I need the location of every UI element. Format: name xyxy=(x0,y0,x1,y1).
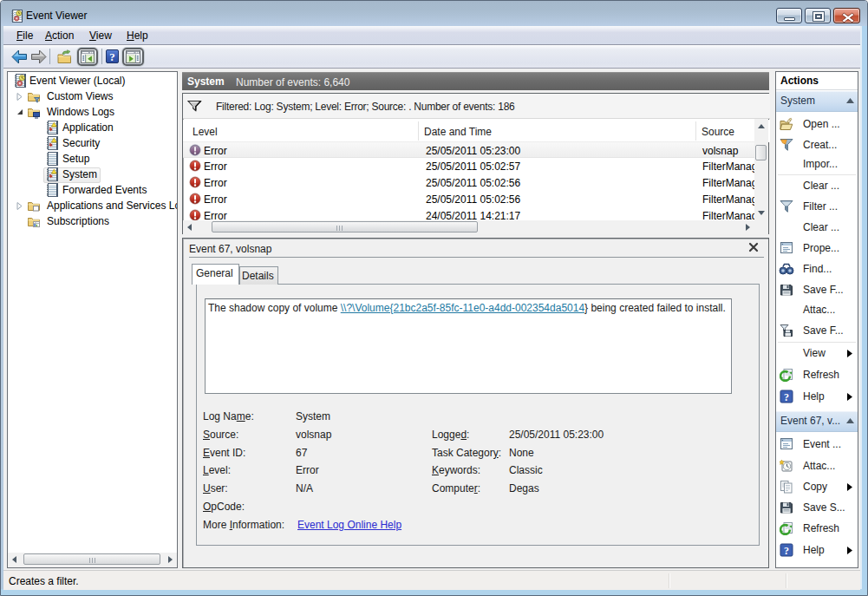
svg-text:?: ? xyxy=(784,391,789,403)
svg-text:?: ? xyxy=(784,545,789,557)
svg-text:?: ? xyxy=(109,50,115,63)
